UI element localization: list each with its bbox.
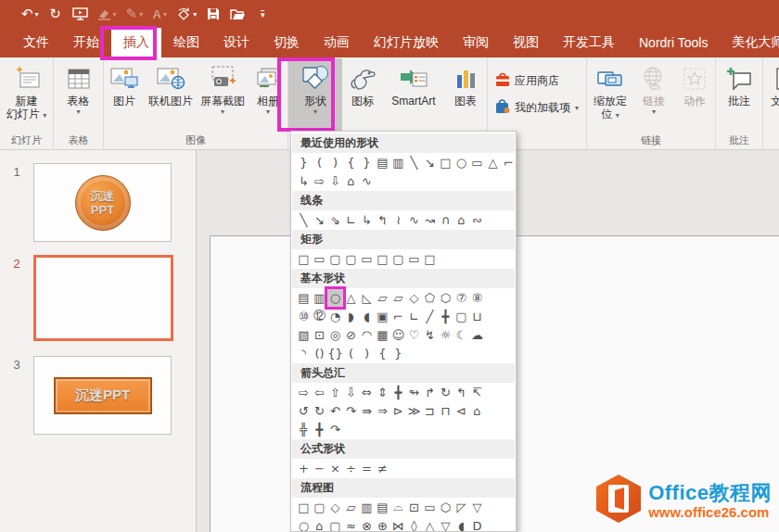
- shape-item[interactable]: ▱: [343, 499, 359, 516]
- shape-item[interactable]: ▢: [327, 250, 343, 268]
- shape-item[interactable]: ╱: [422, 308, 438, 325]
- shape-item[interactable]: ◖: [359, 308, 375, 325]
- shape-item[interactable]: ▥: [359, 499, 375, 516]
- table-button[interactable]: 表格 ▾: [54, 58, 103, 132]
- shape-item[interactable]: ↘: [422, 154, 438, 171]
- shape-item[interactable]: ▥: [312, 289, 327, 307]
- shape-item[interactable]: □: [375, 250, 390, 268]
- icons-button[interactable]: 图标: [342, 58, 383, 132]
- shape-item[interactable]: ≈: [343, 517, 359, 532]
- shape-item[interactable]: ≠: [375, 460, 390, 477]
- shape-item[interactable]: ⊳: [390, 402, 406, 420]
- shape-item[interactable]: }: [390, 345, 406, 362]
- shape-item[interactable]: ⇔: [359, 384, 375, 401]
- shape-item[interactable]: ◸: [453, 499, 469, 516]
- shape-item[interactable]: ◔: [327, 308, 343, 325]
- shape-item[interactable]: ↷: [327, 421, 343, 438]
- start-slideshow-icon[interactable]: [70, 4, 91, 24]
- shape-item[interactable]: ≫: [406, 402, 422, 420]
- format-painter-icon[interactable]: ▾: [95, 4, 120, 24]
- shape-item[interactable]: ▭: [406, 250, 422, 268]
- shape-item[interactable]: +: [296, 460, 312, 477]
- shape-item[interactable]: ×: [327, 460, 343, 477]
- shape-item[interactable]: ▽: [469, 499, 485, 516]
- shape-item[interactable]: ♡: [406, 326, 422, 344]
- shape-item[interactable]: ⇕: [375, 384, 390, 401]
- shape-item[interactable]: ◇: [406, 289, 422, 307]
- hyperlink-button[interactable]: 链接 ▾: [633, 58, 674, 132]
- shape-item[interactable]: ☾: [453, 326, 469, 344]
- shape-item[interactable]: ↷: [343, 402, 359, 420]
- shape-item[interactable]: ↺: [296, 402, 312, 420]
- shape-item[interactable]: ⊡: [406, 499, 422, 516]
- shape-item[interactable]: ⌂: [453, 211, 469, 229]
- ribbon-tab[interactable]: 视图: [501, 28, 551, 57]
- shape-item[interactable]: ⑦: [453, 289, 469, 307]
- shape-item[interactable]: □: [422, 250, 438, 268]
- shape-item[interactable]: ⊕: [375, 517, 390, 532]
- shape-item[interactable]: ╲: [296, 211, 312, 229]
- shape-item[interactable]: ◝: [296, 345, 312, 362]
- shape-item[interactable]: }: [359, 154, 375, 171]
- shape-item[interactable]: □: [296, 499, 312, 516]
- shape-item[interactable]: ⇩: [343, 384, 359, 401]
- shape-item[interactable]: ⬡: [438, 499, 453, 516]
- shape-item[interactable]: ): [359, 345, 375, 362]
- shape-item[interactable]: {: [375, 345, 390, 362]
- slide-thumbnail-3[interactable]: 沉迷PPT: [33, 356, 172, 435]
- shape-item[interactable]: ∿: [359, 172, 375, 190]
- open-folder-icon[interactable]: [227, 4, 249, 24]
- shape-item[interactable]: ⊐: [422, 402, 438, 420]
- shape-item[interactable]: □: [296, 250, 312, 268]
- text-box-button[interactable]: A 文本框 ▾: [763, 58, 779, 132]
- shape-item[interactable]: △: [485, 154, 501, 171]
- shape-item[interactable]: ╋: [438, 308, 453, 325]
- shape-item[interactable]: ◖: [453, 517, 469, 532]
- shape-item[interactable]: ○: [296, 517, 312, 532]
- zoom-link-button[interactable]: 缩放定位 ▾: [587, 58, 633, 132]
- shape-item[interactable]: ◺: [359, 289, 375, 307]
- screenshot-button[interactable]: 屏幕截图 ▾: [197, 58, 249, 132]
- shape-item[interactable]: ↸: [469, 384, 485, 401]
- shape-item[interactable]: ⊘: [343, 326, 359, 344]
- ribbon-tab[interactable]: Nordri Tools: [627, 28, 720, 57]
- shape-item[interactable]: ↯: [422, 326, 438, 344]
- shape-item[interactable]: ▤: [296, 289, 312, 307]
- shape-item[interactable]: ↻: [312, 402, 327, 420]
- shape-item[interactable]: ⋈: [390, 517, 406, 532]
- action-button[interactable]: 动作: [674, 58, 715, 132]
- shape-item-oval-highlighted[interactable]: ○: [327, 289, 343, 307]
- shape-item[interactable]: ∾: [469, 211, 485, 229]
- shape-item[interactable]: ▢: [312, 499, 327, 516]
- shape-item[interactable]: ▢: [390, 250, 406, 268]
- shape-item[interactable]: ): [327, 154, 343, 171]
- slide-thumbnail-2[interactable]: [33, 255, 173, 341]
- ribbon-tab[interactable]: 开发工具: [551, 28, 627, 57]
- shape-item[interactable]: △: [343, 289, 359, 307]
- online-pictures-button[interactable]: 联机图片: [145, 58, 197, 132]
- shape-item[interactable]: {}: [327, 345, 343, 362]
- shape-item[interactable]: ⌐: [390, 308, 406, 325]
- shape-item[interactable]: ⇦: [312, 384, 327, 401]
- shape-item[interactable]: ↬: [406, 384, 422, 401]
- shape-item[interactable]: ≀: [390, 211, 406, 229]
- shape-item[interactable]: ╬: [296, 421, 312, 438]
- shape-item[interactable]: ⇛: [359, 402, 375, 420]
- shape-item[interactable]: ▤: [375, 154, 390, 171]
- shapes-button[interactable]: 形状 ▾: [288, 58, 342, 132]
- ink-pen-icon[interactable]: ✎▾: [123, 4, 147, 24]
- shape-item[interactable]: (): [312, 345, 327, 362]
- shape-item[interactable]: ◇: [327, 499, 343, 516]
- shape-item[interactable]: ⌓: [390, 499, 406, 516]
- smartart-button[interactable]: SmartArt: [383, 58, 444, 132]
- shape-item[interactable]: }: [296, 154, 312, 171]
- shape-item[interactable]: ⊲: [453, 402, 469, 420]
- shape-item[interactable]: ▣: [375, 308, 390, 325]
- shape-item[interactable]: ◊: [406, 517, 422, 532]
- shape-item[interactable]: ↰: [453, 384, 469, 401]
- shape-item[interactable]: ⊗: [359, 517, 375, 532]
- shape-item[interactable]: (: [312, 154, 327, 171]
- shape-item[interactable]: ⇩: [327, 172, 343, 190]
- shape-item[interactable]: ▽: [438, 517, 453, 532]
- shape-item[interactable]: ⇧: [327, 384, 343, 401]
